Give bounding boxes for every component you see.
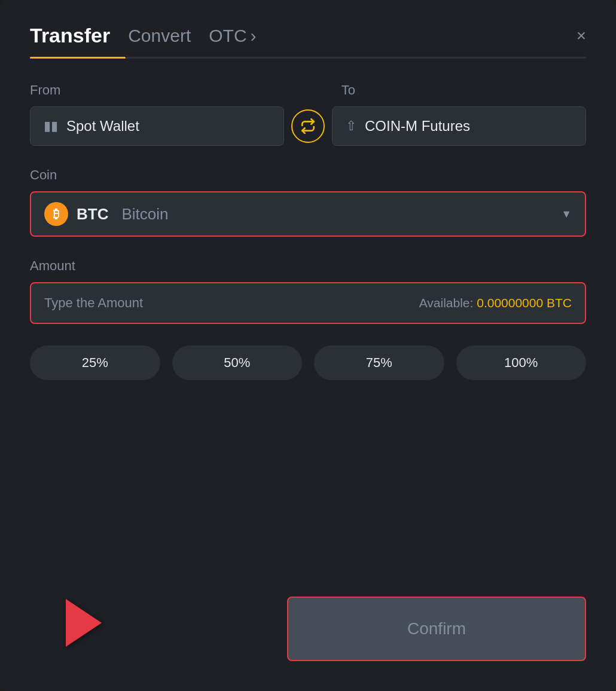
coin-section: Coin ₿ BTC Bitcoin ▼: [30, 167, 586, 237]
tab-otc[interactable]: OTC ›: [209, 26, 256, 46]
amount-input[interactable]: [44, 295, 419, 311]
available-value: 0.00000000 BTC: [477, 296, 572, 310]
coin-label: Coin: [30, 167, 586, 183]
futures-icon: ⇧: [346, 118, 356, 134]
inactive-tab-underline: [126, 57, 586, 59]
coin-symbol: BTC: [77, 205, 108, 224]
from-wallet-box[interactable]: ▮▮ Spot Wallet: [30, 106, 284, 146]
from-wallet-name: Spot Wallet: [66, 118, 139, 134]
amount-label: Amount: [30, 258, 586, 274]
from-to-labels: From To: [30, 82, 586, 98]
tab-convert[interactable]: Convert: [128, 26, 191, 46]
percent-50-button[interactable]: 50%: [172, 346, 303, 380]
confirm-button[interactable]: Confirm: [287, 597, 586, 661]
to-wallet-box[interactable]: ⇧ COIN-M Futures: [332, 106, 586, 146]
percent-75-button[interactable]: 75%: [314, 346, 444, 380]
from-to-section: From To ▮▮ Spot Wallet ⇧: [30, 82, 586, 146]
from-to-row: ▮▮ Spot Wallet ⇧ COIN-M Futures: [30, 106, 586, 146]
close-button[interactable]: ×: [577, 27, 586, 44]
amount-section: Amount Available: 0.00000000 BTC: [30, 258, 586, 324]
amount-box: Available: 0.00000000 BTC: [30, 282, 586, 324]
tab-transfer[interactable]: Transfer: [30, 24, 110, 47]
coin-fullname: Bitcoin: [121, 205, 168, 224]
tab-underline-row: [30, 57, 586, 59]
arrow-indicator: [66, 599, 102, 647]
active-tab-underline: [30, 57, 126, 59]
transfer-modal: Transfer Convert OTC › × From To ▮▮ Spot…: [0, 0, 616, 691]
header-tabs: Transfer Convert OTC › ×: [30, 24, 586, 47]
to-label: To: [341, 82, 586, 98]
chevron-right-icon: ›: [251, 26, 257, 46]
percent-25-button[interactable]: 25%: [30, 346, 160, 380]
swap-btn-container: [284, 109, 332, 143]
percent-buttons-row: 25% 50% 75% 100%: [30, 346, 586, 380]
available-label: Available:: [419, 296, 474, 310]
bottom-section: Confirm: [30, 585, 586, 661]
card-icon: ▮▮: [44, 118, 58, 134]
percent-100-button[interactable]: 100%: [456, 346, 587, 380]
available-info: Available: 0.00000000 BTC: [419, 296, 572, 310]
btc-icon: ₿: [44, 202, 68, 226]
swap-button[interactable]: [291, 109, 325, 143]
from-label: From: [30, 82, 275, 98]
chevron-down-icon: ▼: [561, 208, 572, 221]
coin-selector[interactable]: ₿ BTC Bitcoin ▼: [30, 191, 586, 237]
to-wallet-name: COIN-M Futures: [365, 118, 470, 134]
